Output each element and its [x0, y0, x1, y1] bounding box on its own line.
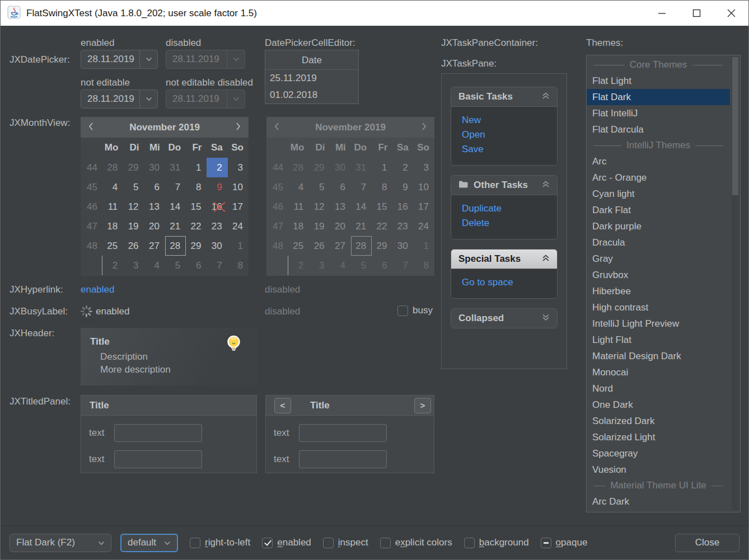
day-cell[interactable]: 26 [123, 236, 144, 256]
date-table-header[interactable]: Date [265, 50, 358, 70]
day-cell[interactable]: 5 [123, 177, 144, 197]
day-cell[interactable]: 17 [228, 197, 249, 217]
day-cell[interactable]: 3 [228, 158, 249, 177]
themes-scrollbar-thumb[interactable] [732, 57, 738, 195]
theme-item-arc[interactable]: Arc [587, 153, 730, 170]
day-cell[interactable]: 9 [207, 177, 227, 197]
theme-item-gray[interactable]: Gray [587, 251, 730, 267]
theme-item-one-dark[interactable]: One Dark [587, 397, 730, 413]
day-cell[interactable]: 30 [207, 236, 227, 256]
calendar-dropdown-icon[interactable] [139, 90, 157, 108]
next-month-icon[interactable] [236, 122, 241, 133]
hyperlink-enabled[interactable]: enabled [81, 284, 115, 295]
checkbox-box[interactable] [190, 538, 200, 548]
day-cell[interactable]: 3 [123, 256, 144, 275]
day-cell[interactable]: 8 [228, 256, 249, 275]
day-cell[interactable]: 2 [207, 158, 227, 177]
collapse-icon[interactable] [542, 91, 550, 102]
theme-item-flat-light[interactable]: Flat Light [587, 73, 730, 89]
day-cell[interactable]: 19 [123, 217, 144, 236]
day-cell[interactable]: 7 [207, 256, 227, 275]
theme-item-high-contrast[interactable]: High contrast [587, 299, 730, 316]
theme-item-spacegray[interactable]: Spacegray [587, 445, 730, 462]
task-link-delete[interactable]: Delete [451, 216, 557, 230]
day-cell[interactable]: 1 [186, 158, 207, 177]
busy-checkbox[interactable] [397, 305, 408, 316]
expand-icon[interactable] [542, 313, 550, 324]
day-cell[interactable]: 24 [228, 217, 249, 236]
theme-item-flat-dark[interactable]: Flat Dark [587, 89, 730, 105]
day-cell[interactable]: 28 [165, 236, 186, 256]
task-link-new[interactable]: New [451, 113, 557, 128]
theme-item-dark-flat[interactable]: Dark Flat [587, 202, 730, 218]
theme-item-gruvbox[interactable]: Gruvbox [587, 267, 730, 283]
task-link-open[interactable]: Open [451, 128, 557, 142]
day-cell[interactable]: 6 [144, 177, 165, 197]
datepicker-field-2[interactable]: 28.11.2019 [81, 90, 158, 109]
day-cell[interactable]: 1 [228, 236, 249, 256]
text-input[interactable] [114, 450, 202, 468]
checkbox-box[interactable] [541, 538, 551, 548]
theme-item-material-design-dark[interactable]: Material Design Dark [587, 348, 730, 364]
theme-item-light-flat[interactable]: Light Flat [587, 332, 730, 348]
theme-item-cyan-light[interactable]: Cyan light [587, 186, 730, 202]
day-cell[interactable]: 2 [102, 256, 123, 275]
day-cell[interactable]: 27 [144, 236, 165, 256]
theme-item-flat-intellij[interactable]: Flat IntelliJ [587, 105, 730, 121]
theme-item-solarized-light[interactable]: Solarized Light [587, 429, 730, 445]
theme-combobox[interactable]: Flat Dark (F2) [10, 534, 111, 552]
table-row[interactable]: 25.11.2019 [265, 70, 358, 87]
datepicker-field-0[interactable]: 28.11.2019 [81, 50, 158, 69]
day-cell[interactable]: 12 [123, 197, 144, 217]
day-cell[interactable]: 29 [186, 236, 207, 256]
day-cell[interactable]: 11 [102, 197, 123, 217]
task-link-go-to-space[interactable]: Go to space [451, 275, 557, 290]
table-row[interactable]: 01.02.2018 [265, 87, 358, 103]
collapse-icon[interactable] [542, 180, 550, 191]
day-cell[interactable]: 21 [165, 217, 186, 236]
theme-item-dark-purple[interactable]: Dark purple [587, 218, 730, 234]
day-cell[interactable]: 4 [102, 177, 123, 197]
theme-item-dracula[interactable]: Dracula [587, 234, 730, 251]
theme-item-nord[interactable]: Nord [587, 380, 730, 397]
titled-next-button[interactable]: > [414, 398, 431, 413]
task-link-save[interactable]: Save [451, 142, 557, 157]
titled-prev-button[interactable]: < [274, 398, 291, 413]
checkbox-box[interactable] [464, 538, 475, 548]
day-cell[interactable]: 15 [186, 197, 207, 217]
task-link-duplicate[interactable]: Duplicate [451, 201, 557, 216]
theme-item-flat-darcula[interactable]: Flat Darcula [587, 121, 730, 138]
text-input[interactable] [299, 450, 387, 468]
day-cell[interactable]: 8 [186, 177, 207, 197]
minimize-icon[interactable] [644, 1, 679, 26]
theme-item-intellij-light-preview[interactable]: IntelliJ Light Preview [587, 316, 730, 332]
prev-month-icon[interactable] [88, 122, 93, 133]
day-cell[interactable]: 30 [144, 158, 165, 177]
theme-item-hiberbee[interactable]: Hiberbee [587, 283, 730, 299]
theme-item-arc---orange[interactable]: Arc - Orange [587, 170, 730, 186]
option-combobox[interactable]: default [120, 534, 178, 552]
text-input[interactable] [114, 424, 202, 442]
taskpane-title-bar[interactable]: Special Tasks [451, 250, 557, 269]
maximize-icon[interactable] [679, 1, 714, 26]
day-cell[interactable]: 7 [165, 177, 186, 197]
theme-item-arc-dark-contrast[interactable]: Arc Dark Contrast [587, 510, 730, 512]
day-cell[interactable]: 23 [207, 217, 227, 236]
day-cell[interactable]: 10 [228, 177, 249, 197]
day-cell[interactable]: 14 [165, 197, 186, 217]
checkbox-box[interactable] [262, 538, 273, 548]
collapse-icon[interactable] [542, 253, 550, 265]
day-cell[interactable]: 13 [144, 197, 165, 217]
day-cell[interactable]: 28 [102, 158, 123, 177]
checkbox-box[interactable] [380, 538, 391, 548]
day-cell[interactable]: 29 [123, 158, 144, 177]
day-cell[interactable]: 31 [165, 158, 186, 177]
themes-scrollbar[interactable] [732, 57, 739, 511]
checkbox-box[interactable] [323, 538, 334, 548]
day-cell[interactable]: 25 [102, 236, 123, 256]
day-cell[interactable]: 5 [165, 256, 186, 275]
theme-item-monocai[interactable]: Monocai [587, 364, 730, 380]
taskpane-title-bar[interactable]: Collapsed [451, 309, 557, 328]
calendar-dropdown-icon[interactable] [139, 50, 157, 68]
day-cell[interactable]: 16 [207, 197, 227, 217]
